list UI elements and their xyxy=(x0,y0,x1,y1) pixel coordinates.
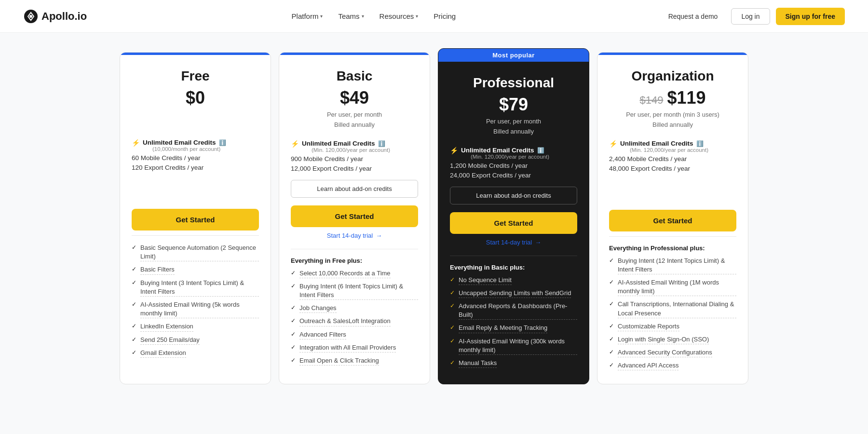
checkmark-icon: ✓ xyxy=(291,270,296,276)
export-credits-line: 24,000 Export Credits / year xyxy=(450,172,577,179)
features-heading: Everything in Basic plus: xyxy=(450,264,577,271)
feature-label: Email Open & Click Tracking xyxy=(299,356,379,366)
pricing-grid: Free$0 ⚡ Unlimited Email Credits ℹ️ (10,… xyxy=(96,33,772,413)
feature-label: Login with Single Sign-On (SSO) xyxy=(618,335,709,344)
request-demo-button[interactable]: Request a demo xyxy=(661,9,726,24)
email-credits-line: ⚡ Unlimited Email Credits ℹ️ (10,000/mon… xyxy=(132,139,259,152)
plan-price-row: $49 xyxy=(291,88,418,108)
checkmark-icon: ✓ xyxy=(132,336,136,343)
login-button[interactable]: Log in xyxy=(731,8,770,25)
plan-card-organization: Organization$149$119Per user, per month … xyxy=(597,52,748,384)
feature-label: Select 10,000 Records at a Time xyxy=(299,269,391,278)
mobile-credits-line: 60 Mobile Credits / year xyxy=(132,154,259,162)
feature-item: ✓ Advanced Reports & Dashboards (Pre-Bui… xyxy=(450,302,577,320)
feature-item: ✓ Advanced API Access xyxy=(609,361,736,370)
feature-item: ✓ Email Reply & Meeting Tracking xyxy=(450,324,577,333)
plan-card-free: Free$0 ⚡ Unlimited Email Credits ℹ️ (10,… xyxy=(120,52,271,384)
checkmark-icon: ✓ xyxy=(291,357,296,364)
checkmark-icon: ✓ xyxy=(132,349,136,356)
nav-pricing[interactable]: Pricing xyxy=(434,12,456,20)
checkmark-icon: ✓ xyxy=(609,300,614,307)
arrow-right-icon: → xyxy=(535,239,541,246)
navbar: Apollo.io Platform ▾ Teams ▾ Resources ▾… xyxy=(0,0,868,33)
nav-platform[interactable]: Platform ▾ xyxy=(292,12,323,20)
feature-label: Customizable Reports xyxy=(618,322,679,331)
feature-item: ✓ Basic Filters xyxy=(132,265,259,274)
feature-label: Advanced API Access xyxy=(618,361,678,370)
feature-item: ✓ Advanced Security Configurations xyxy=(609,348,736,357)
mobile-credits-line: 1,200 Mobile Credits / year xyxy=(450,162,577,169)
get-started-button[interactable]: Get Started xyxy=(609,210,736,231)
feature-item: ✓ Gmail Extension xyxy=(132,349,259,358)
plan-price: $49 xyxy=(340,88,369,108)
features-section: ✓ Basic Sequence Automation (2 Sequence … xyxy=(132,235,259,358)
export-credits-line: 12,000 Export Credits / year xyxy=(291,165,418,172)
feature-item: ✓ Select 10,000 Records at a Time xyxy=(291,269,418,278)
plan-billing: Per user, per monthBilled annually xyxy=(291,110,418,130)
feature-label: Buying Intent (3 Intent Topics Limit) & … xyxy=(140,279,259,297)
checkmark-icon: ✓ xyxy=(609,349,614,355)
logo[interactable]: Apollo.io xyxy=(23,9,87,24)
export-credits-line: 120 Export Credits / year xyxy=(132,164,259,171)
popular-badge: Most popular xyxy=(438,49,589,62)
plan-price-old: $149 xyxy=(639,94,663,107)
get-started-button[interactable]: Get Started xyxy=(450,212,577,234)
features-section: Everything in Professional plus: ✓ Buyin… xyxy=(609,236,736,371)
checkmark-icon: ✓ xyxy=(132,244,136,251)
plan-price-row: $0 xyxy=(132,88,259,108)
mobile-credits-line: 900 Mobile Credits / year xyxy=(291,155,418,163)
info-icon: ℹ️ xyxy=(537,147,544,154)
feature-item: ✓ Integration with All Email Providers xyxy=(291,343,418,353)
credits-section: ⚡ Unlimited Email Credits ℹ️ (Min. 120,0… xyxy=(291,140,418,172)
checkmark-icon: ✓ xyxy=(450,289,455,296)
get-started-button[interactable]: Get Started xyxy=(291,205,418,227)
features-section: Everything in Basic plus: ✓ No Sequence … xyxy=(450,256,577,368)
nav-resources[interactable]: Resources ▾ xyxy=(380,12,419,20)
checkmark-icon: ✓ xyxy=(450,302,455,309)
features-heading: Everything in Free plus: xyxy=(291,257,418,264)
feature-label: Manual Tasks xyxy=(459,359,497,368)
lightning-icon: ⚡ xyxy=(609,140,617,148)
feature-label: Basic Filters xyxy=(140,265,175,274)
info-icon: ℹ️ xyxy=(696,140,704,147)
checkmark-icon: ✓ xyxy=(609,323,614,329)
plan-name: Professional xyxy=(450,75,577,91)
trial-link[interactable]: Start 14-day trial → xyxy=(291,232,418,239)
plan-card-professional: Most popularProfessional$79Per user, per… xyxy=(438,48,589,384)
feature-label: Buying Intent (12 Intent Topics Limit) &… xyxy=(618,257,736,274)
trial-link[interactable]: Start 14-day trial → xyxy=(450,239,577,246)
feature-item: ✓ Email Open & Click Tracking xyxy=(291,356,418,366)
addon-credits-button[interactable]: Learn about add-on credits xyxy=(450,187,577,204)
plan-price-row: $79 xyxy=(450,95,577,115)
plan-name: Basic xyxy=(291,68,418,84)
feature-label: Email Reply & Meeting Tracking xyxy=(459,324,547,333)
credits-section: ⚡ Unlimited Email Credits ℹ️ (Min. 120,0… xyxy=(609,140,736,172)
feature-item: ✓ Buying Intent (3 Intent Topics Limit) … xyxy=(132,279,259,297)
plan-price: $79 xyxy=(499,95,528,115)
get-started-button[interactable]: Get Started xyxy=(132,209,259,231)
signup-button[interactable]: Sign up for free xyxy=(776,8,845,25)
svg-point-1 xyxy=(29,15,32,18)
page-content: Free$0 ⚡ Unlimited Email Credits ℹ️ (10,… xyxy=(0,33,868,434)
feature-item: ✓ Login with Single Sign-On (SSO) xyxy=(609,335,736,344)
addon-credits-button[interactable]: Learn about add-on credits xyxy=(291,180,418,198)
feature-item: ✓ LinkedIn Extension xyxy=(132,322,259,331)
feature-item: ✓ Buying Intent (12 Intent Topics Limit)… xyxy=(609,257,736,274)
checkmark-icon: ✓ xyxy=(609,257,614,264)
chevron-down-icon: ▾ xyxy=(416,14,418,19)
plan-billing: Per user, per month (min 3 users)Billed … xyxy=(609,110,736,130)
plan-name: Organization xyxy=(609,68,736,84)
lightning-icon: ⚡ xyxy=(291,140,299,148)
mobile-credits-line: 2,400 Mobile Credits / year xyxy=(609,155,736,163)
checkmark-icon: ✓ xyxy=(291,344,296,351)
feature-item: ✓ Job Changes xyxy=(291,304,418,313)
plan-billing: Per user, per monthBilled annually xyxy=(450,117,577,137)
checkmark-icon: ✓ xyxy=(609,279,614,285)
chevron-down-icon: ▾ xyxy=(320,14,323,19)
plan-price: $0 xyxy=(186,88,205,108)
feature-label: AI-Assisted Email Writing (300k words mo… xyxy=(459,337,577,355)
plan-billing xyxy=(132,110,259,129)
nav-teams[interactable]: Teams ▾ xyxy=(338,12,364,20)
feature-item: ✓ Send 250 Emails/day xyxy=(132,336,259,345)
checkmark-icon: ✓ xyxy=(450,359,455,366)
